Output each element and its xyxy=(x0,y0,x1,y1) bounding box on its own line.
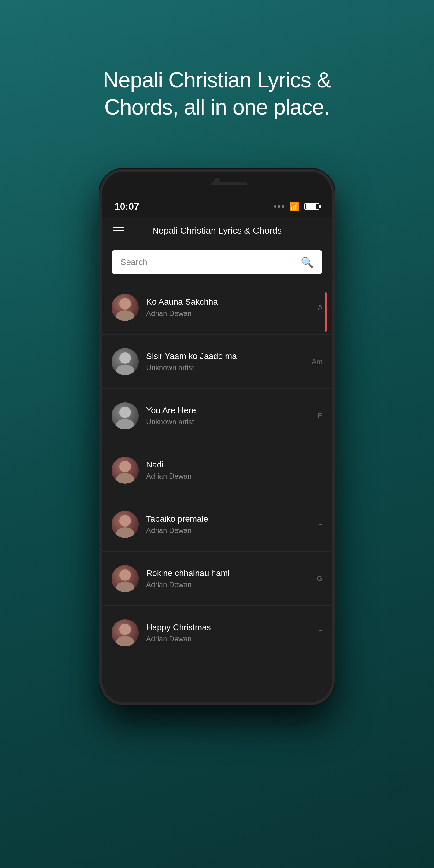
status-icons: 📶 xyxy=(274,202,319,212)
hero-title: Nepali Christian Lyrics & Chords, all in… xyxy=(96,66,338,121)
signal-dots-icon xyxy=(274,205,284,208)
wifi-icon: 📶 xyxy=(289,202,300,212)
song-list: Ko Aauna Sakchha Adrian Dewan A Sisir Ya… xyxy=(102,280,332,702)
song-key: A xyxy=(318,303,322,312)
scroll-indicator xyxy=(324,292,327,352)
song-info: Tapaiko premale Adrian Dewan xyxy=(146,514,322,535)
song-info: Sisir Yaam ko Jaado ma Unknown artist xyxy=(146,351,322,372)
phone-shell: 10:07 📶 xyxy=(99,169,335,705)
song-avatar xyxy=(112,457,138,484)
app-title: Nepali Christian Lyrics & Chords xyxy=(133,225,321,236)
song-title: Happy Christmas xyxy=(146,623,322,632)
song-artist: Adrian Dewan xyxy=(146,581,322,589)
song-artist: Unknown artist xyxy=(146,364,322,372)
song-info: Nadi Adrian Dewan xyxy=(146,460,322,480)
status-bar: 10:07 📶 xyxy=(102,196,332,217)
search-icon[interactable]: 🔍 xyxy=(301,256,313,268)
song-avatar xyxy=(112,402,138,430)
song-artist: Adrian Dewan xyxy=(146,472,322,480)
song-list-item[interactable]: Nadi Adrian Dewan xyxy=(102,443,332,497)
search-bar[interactable]: Search 🔍 xyxy=(112,250,322,274)
song-title: Sisir Yaam ko Jaado ma xyxy=(146,351,322,361)
song-list-item[interactable]: Ko Aauna Sakchha Adrian Dewan A xyxy=(102,280,332,335)
song-artist: Adrian Dewan xyxy=(146,635,322,643)
song-title: Tapaiko premale xyxy=(146,514,322,524)
song-list-item[interactable]: Happy Christmas Adrian Dewan F xyxy=(102,606,332,660)
side-button xyxy=(333,410,335,435)
song-info: You Are Here Unknown artist xyxy=(146,406,322,426)
song-avatar xyxy=(112,511,138,538)
song-artist: Unknown artist xyxy=(146,418,322,426)
song-list-item[interactable]: You Are Here Unknown artist E xyxy=(102,389,332,443)
battery-icon xyxy=(304,203,319,210)
app-header: Nepali Christian Lyrics & Chords xyxy=(102,217,332,244)
status-time: 10:07 xyxy=(115,201,139,212)
phone-mockup: 10:07 📶 xyxy=(99,169,335,705)
song-key: E xyxy=(318,412,322,420)
song-info: Happy Christmas Adrian Dewan xyxy=(146,623,322,643)
song-artist: Adrian Dewan xyxy=(146,526,322,535)
menu-button[interactable] xyxy=(113,227,124,235)
song-artist: Adrian Dewan xyxy=(146,309,322,318)
song-avatar xyxy=(112,565,138,592)
phone-content: Nepali Christian Lyrics & Chords Search … xyxy=(102,217,332,702)
song-info: Rokine chhainau hami Adrian Dewan xyxy=(146,568,322,589)
song-title: Ko Aauna Sakchha xyxy=(146,297,322,307)
song-list-item[interactable]: Sisir Yaam ko Jaado ma Unknown artist Am xyxy=(102,335,332,389)
search-input[interactable]: Search xyxy=(121,257,296,267)
song-key: F xyxy=(318,520,322,529)
song-title: Nadi xyxy=(146,460,322,470)
song-info: Ko Aauna Sakchha Adrian Dewan xyxy=(146,297,322,318)
phone-speaker xyxy=(211,182,247,185)
scroll-bar xyxy=(325,292,327,332)
song-key: Am xyxy=(312,358,322,366)
song-title: Rokine chhainau hami xyxy=(146,568,322,578)
phone-top-bar xyxy=(102,172,332,196)
song-title: You Are Here xyxy=(146,406,322,415)
song-list-item[interactable]: Tapaiko premale Adrian Dewan F xyxy=(102,497,332,552)
song-key: F xyxy=(318,629,322,637)
song-avatar xyxy=(112,294,138,321)
song-avatar xyxy=(112,619,138,647)
song-list-item[interactable]: Rokine chhainau hami Adrian Dewan G xyxy=(102,552,332,606)
song-avatar xyxy=(112,348,138,375)
song-key: G xyxy=(317,575,322,583)
search-container: Search 🔍 xyxy=(102,244,332,280)
